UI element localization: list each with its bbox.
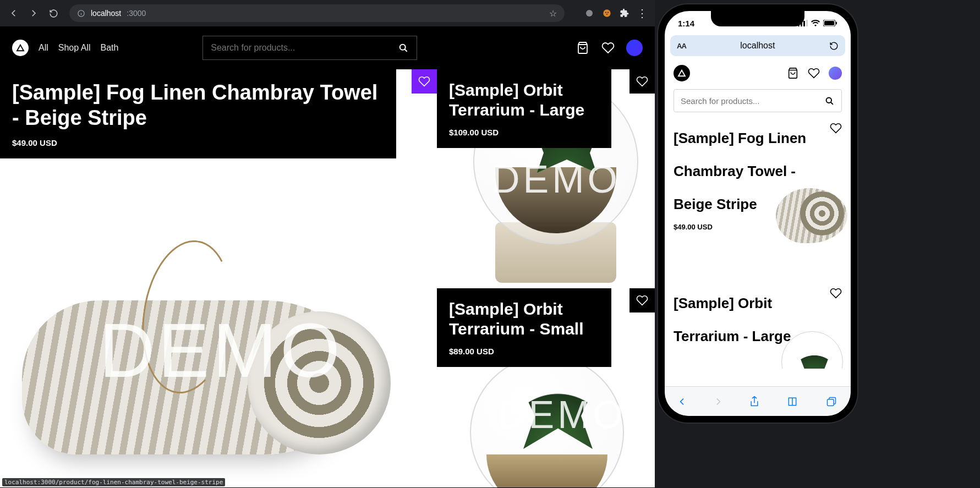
product-title: [Sample] Fog Linen Chambray Towel - Beig… <box>12 80 384 130</box>
wishlist-button[interactable] <box>601 41 615 55</box>
search-input[interactable] <box>211 43 398 53</box>
mobile-wishlist-toggle[interactable] <box>830 287 842 299</box>
extension-icon-1[interactable] <box>583 7 595 19</box>
mobile-cart-button[interactable] <box>787 67 799 79</box>
svg-point-5 <box>606 14 607 15</box>
nav-link-all[interactable]: All <box>39 43 48 53</box>
browser-reload-button[interactable] <box>46 6 61 20</box>
mobile-wishlist-toggle[interactable] <box>830 122 842 134</box>
page-content: All Shop All Bath <box>0 26 655 488</box>
browser-toolbar: localhost:3000 ☆ ⋮ <box>0 0 655 26</box>
svg-point-3 <box>605 12 606 13</box>
browser-status-link: localhost:3000/product/fog-linen-chambra… <box>2 478 225 486</box>
product-title: [Sample] Orbit Terrarium - Large <box>449 80 599 120</box>
mobile-site-logo[interactable] <box>674 65 690 81</box>
svg-point-2 <box>603 9 610 17</box>
svg-point-1 <box>586 10 593 17</box>
mobile-bookmarks-button[interactable] <box>786 396 798 407</box>
product-label: [Sample] Orbit Terrarium - Large $109.00… <box>437 69 611 148</box>
desktop-browser-window: localhost:3000 ☆ ⋮ All Shop All Bath <box>0 0 655 488</box>
svg-point-14 <box>826 97 832 103</box>
url-path: :3000 <box>127 9 146 18</box>
mobile-url-bar[interactable]: AA localhost <box>670 35 845 56</box>
search-icon[interactable] <box>398 42 409 53</box>
battery-icon <box>823 20 837 26</box>
mobile-device-frame: 1:14 AA localhost <box>658 4 857 423</box>
site-header: All Shop All Bath <box>0 26 655 69</box>
svg-rect-10 <box>806 20 808 26</box>
product-price: $49.00 USD <box>12 138 384 147</box>
mobile-back-button[interactable] <box>678 396 687 407</box>
svg-rect-13 <box>836 22 837 25</box>
mobile-user-avatar[interactable] <box>829 67 842 80</box>
mobile-product-thumb <box>776 188 847 243</box>
svg-rect-15 <box>827 399 834 405</box>
mobile-product-card-terrarium[interactable]: [Sample] Orbit Terrarium - Large <box>674 287 842 369</box>
product-title: [Sample] Orbit Terrarium - Small <box>449 299 599 339</box>
wishlist-toggle[interactable] <box>629 69 655 94</box>
mobile-safari-toolbar <box>665 386 851 416</box>
svg-point-4 <box>607 12 609 13</box>
mobile-reload-icon[interactable] <box>829 41 839 51</box>
extensions-puzzle-icon[interactable] <box>618 7 631 19</box>
wishlist-toggle[interactable] <box>412 69 437 94</box>
mobile-wishlist-button[interactable] <box>808 67 820 79</box>
browser-back-button[interactable] <box>7 6 21 20</box>
mobile-product-card-towel[interactable]: [Sample] Fog Linen Chambray Towel - Beig… <box>674 122 842 254</box>
product-label: [Sample] Orbit Terrarium - Small $89.00 … <box>437 288 611 367</box>
mobile-url-host: localhost <box>692 41 824 51</box>
mobile-page-content: [Sample] Fog Linen Chambray Towel - Beig… <box>665 61 851 369</box>
svg-point-6 <box>400 45 406 50</box>
product-price: $109.00 USD <box>449 128 599 137</box>
mobile-search-icon[interactable] <box>824 96 835 106</box>
wifi-icon <box>811 20 820 26</box>
browser-menu-button[interactable]: ⋮ <box>636 7 648 19</box>
cart-button[interactable] <box>576 41 590 55</box>
product-label: [Sample] Fog Linen Chambray Towel - Beig… <box>0 69 396 158</box>
status-time: 1:14 <box>678 19 694 28</box>
search-box[interactable] <box>202 36 417 60</box>
mobile-tabs-button[interactable] <box>825 396 837 407</box>
browser-address-bar[interactable]: localhost:3000 ☆ <box>69 4 565 22</box>
product-card-towel[interactable]: DEMO [Sample] Fog Linen Chambray Towel -… <box>0 69 437 487</box>
mobile-search-input[interactable] <box>681 96 824 106</box>
wishlist-toggle[interactable] <box>629 288 655 312</box>
mobile-forward-button[interactable] <box>714 396 722 407</box>
user-avatar[interactable] <box>626 40 643 56</box>
site-info-icon <box>77 9 85 18</box>
reader-mode-icon[interactable]: AA <box>677 42 686 50</box>
extension-icon-2[interactable] <box>601 7 613 19</box>
svg-rect-12 <box>824 21 834 25</box>
mobile-site-header <box>674 61 842 89</box>
mobile-share-button[interactable] <box>749 396 760 408</box>
product-card-terrarium-small[interactable]: DEMO [Sample] Orbit Terrarium - Small $8… <box>437 288 655 487</box>
mobile-screen: 1:14 AA localhost <box>665 11 851 416</box>
nav-link-shop-all[interactable]: Shop All <box>58 43 91 53</box>
browser-forward-button[interactable] <box>26 6 41 20</box>
mobile-search-box[interactable] <box>674 89 842 112</box>
mobile-product-thumb <box>776 331 847 369</box>
product-grid: DEMO [Sample] Fog Linen Chambray Towel -… <box>0 69 655 487</box>
bookmark-star-icon[interactable]: ☆ <box>549 8 557 19</box>
product-card-terrarium-large[interactable]: DEMO [Sample] Orbit Terrarium - Large $1… <box>437 69 655 288</box>
product-price: $89.00 USD <box>449 347 599 356</box>
url-host: localhost <box>91 9 121 18</box>
nav-link-bath[interactable]: Bath <box>101 43 119 53</box>
site-logo[interactable] <box>12 40 29 56</box>
device-notch <box>711 11 804 26</box>
svg-rect-9 <box>803 21 805 26</box>
